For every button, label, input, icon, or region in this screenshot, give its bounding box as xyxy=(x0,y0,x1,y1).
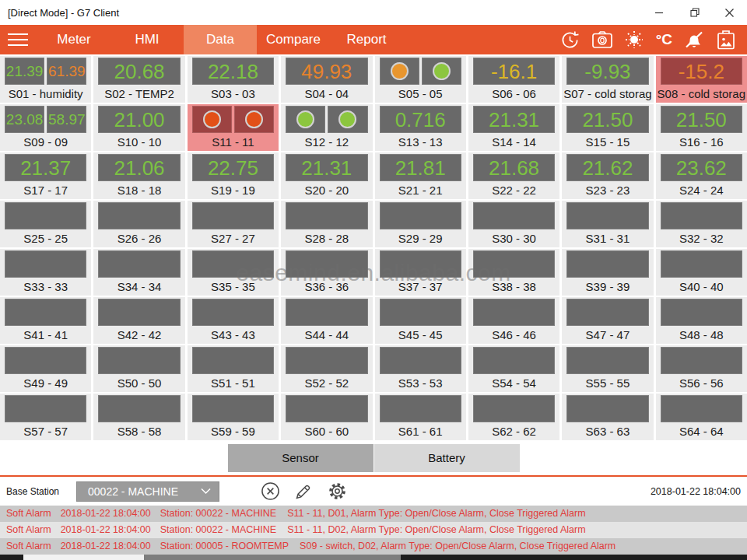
sensor-tile[interactable]: S32 - 32 xyxy=(656,201,747,247)
sensor-tile[interactable]: 49.93S04 - 04 xyxy=(281,56,372,103)
sensor-tile[interactable]: S39 - 39 xyxy=(562,249,653,296)
sensor-tile[interactable]: 21.68S22 - 22 xyxy=(468,152,559,199)
sensor-tile[interactable]: 21.06S18 - 18 xyxy=(93,152,184,199)
sensor-tile[interactable]: S48 - 48 xyxy=(656,297,747,344)
sensor-tile[interactable]: 21.3961.39S01 - humidity xyxy=(0,56,91,103)
alarm-log-row[interactable]: Soft Alarm2018-01-22 18:04:00Station: 00… xyxy=(0,522,747,538)
sensor-tile[interactable]: 21.62S23 - 23 xyxy=(562,152,653,199)
edit-pencil-icon[interactable] xyxy=(293,481,314,502)
sensor-tile[interactable]: S28 - 28 xyxy=(281,201,372,247)
sensor-tile[interactable]: S51 - 51 xyxy=(188,345,279,392)
sensor-tile[interactable]: S63 - 63 xyxy=(562,394,653,440)
camera-icon[interactable] xyxy=(592,30,612,50)
sensor-tile-label: S51 - 51 xyxy=(188,374,279,392)
sensor-tile[interactable]: S34 - 34 xyxy=(93,249,184,296)
sensor-tile[interactable]: S30 - 30 xyxy=(468,201,559,247)
tab-hmi[interactable]: HMI xyxy=(110,25,184,54)
sensor-tile[interactable]: 0.716S13 - 13 xyxy=(375,104,466,151)
sensor-tile[interactable]: S50 - 50 xyxy=(93,345,184,392)
sensor-tile[interactable]: -16.1S06 - 06 xyxy=(468,56,559,103)
sensor-tile[interactable]: S53 - 53 xyxy=(375,345,466,392)
base-station-dropdown[interactable]: 00022 - MACHINE xyxy=(76,481,219,502)
sensor-tile[interactable]: 21.50S16 - 16 xyxy=(656,104,747,151)
sensor-value: 49.93 xyxy=(301,61,352,82)
image-box-icon[interactable] xyxy=(716,30,736,50)
sensor-tile[interactable]: S46 - 46 xyxy=(468,297,559,344)
sensor-tile[interactable]: S25 - 25 xyxy=(0,201,91,247)
sensor-tile[interactable]: S31 - 31 xyxy=(562,201,653,247)
sensor-tile[interactable]: 21.50S15 - 15 xyxy=(562,104,653,151)
sensor-tile[interactable]: S12 - 12 xyxy=(281,104,372,151)
sensor-tile[interactable]: S59 - 59 xyxy=(188,394,279,440)
sensor-tile[interactable]: S61 - 61 xyxy=(375,394,466,440)
sensor-tile[interactable]: S64 - 64 xyxy=(656,394,747,440)
brightness-icon[interactable] xyxy=(624,30,644,50)
history-sync-icon[interactable] xyxy=(560,30,580,50)
cancel-circle-icon[interactable] xyxy=(260,481,280,502)
tile-value-boxes: 21.50 xyxy=(661,106,742,133)
sensor-tile[interactable]: 22.75S19 - 19 xyxy=(188,152,279,199)
sensor-tile[interactable]: 21.00S10 - 10 xyxy=(93,104,184,151)
sensor-tile[interactable]: 21.31S14 - 14 xyxy=(468,104,559,151)
sensor-tile-label: S38 - 38 xyxy=(468,278,559,296)
sensor-tile[interactable]: S44 - 44 xyxy=(281,297,372,344)
sensor-tile[interactable]: S05 - 05 xyxy=(375,56,466,103)
tile-value-boxes: 22.75 xyxy=(192,154,274,181)
green-dot-icon xyxy=(296,110,314,128)
sensor-tile[interactable]: S29 - 29 xyxy=(375,201,466,247)
sensor-tile[interactable]: S47 - 47 xyxy=(562,297,653,344)
sensor-tab-button[interactable]: Sensor xyxy=(228,444,374,472)
sensor-tile[interactable]: S35 - 35 xyxy=(188,249,279,296)
sensor-tile[interactable]: S45 - 45 xyxy=(375,297,466,344)
sensor-tile[interactable]: S38 - 38 xyxy=(468,249,559,296)
settings-gear-icon[interactable] xyxy=(327,481,347,502)
sensor-tile[interactable]: 23.0858.97S09 - 09 xyxy=(0,104,91,151)
tab-data[interactable]: Data xyxy=(184,25,257,54)
sensor-tile[interactable]: 22.18S03 - 03 xyxy=(188,56,279,103)
sensor-tile[interactable]: S11 - 11 xyxy=(188,104,279,151)
sensor-tile[interactable]: S43 - 43 xyxy=(188,297,279,344)
sensor-tile[interactable]: S56 - 56 xyxy=(656,345,747,392)
sensor-tile[interactable]: S42 - 42 xyxy=(93,297,184,344)
battery-tab-button[interactable]: Battery xyxy=(374,444,520,472)
sensor-tile[interactable]: -9.93S07 - cold storag xyxy=(562,56,653,103)
tile-value-boxes: 21.31 xyxy=(473,106,555,133)
sensor-tile[interactable]: S60 - 60 xyxy=(281,394,372,440)
status-dot-cell xyxy=(328,106,367,133)
alarm-log-row[interactable]: Soft Alarm2018-01-22 18:04:00Station: 00… xyxy=(0,506,747,522)
alarm-log-row[interactable]: Soft Alarm2018-01-22 18:04:00Station: 00… xyxy=(0,538,747,555)
minimize-button[interactable] xyxy=(642,0,677,25)
tab-meter[interactable]: Meter xyxy=(37,25,110,54)
sensor-value: 58.97 xyxy=(48,112,86,127)
sensor-tile[interactable]: S62 - 62 xyxy=(468,394,559,440)
sensor-tile[interactable]: S36 - 36 xyxy=(281,249,372,296)
restore-button[interactable] xyxy=(677,0,712,25)
sensor-tile[interactable]: S54 - 54 xyxy=(468,345,559,392)
sensor-tile[interactable]: S57 - 57 xyxy=(0,394,91,440)
celsius-icon[interactable]: °C xyxy=(656,30,672,50)
sensor-tile[interactable]: S41 - 41 xyxy=(0,297,91,344)
alarm-type: Soft Alarm xyxy=(6,508,51,519)
sensor-tile[interactable]: S52 - 52 xyxy=(281,345,372,392)
sensor-tile[interactable]: S55 - 55 xyxy=(562,345,653,392)
sensor-tile[interactable]: S26 - 26 xyxy=(93,201,184,247)
sensor-tile[interactable]: S40 - 40 xyxy=(656,249,747,296)
sensor-tile[interactable]: 20.68S02 - TEMP2 xyxy=(93,56,184,103)
sensor-tile-label: S25 - 25 xyxy=(0,229,91,247)
sensor-tile[interactable]: 23.62S24 - 24 xyxy=(656,152,747,199)
sensor-tile[interactable]: S49 - 49 xyxy=(0,345,91,392)
tab-report[interactable]: Report xyxy=(330,25,403,54)
sensor-tile[interactable]: 21.31S20 - 20 xyxy=(281,152,372,199)
sensor-tile[interactable]: S37 - 37 xyxy=(375,249,466,296)
sensor-tile[interactable]: -15.2S08 - cold storag xyxy=(656,56,747,103)
sensor-tile[interactable]: S27 - 27 xyxy=(188,201,279,247)
sensor-tile[interactable]: S58 - 58 xyxy=(93,394,184,440)
close-button[interactable] xyxy=(712,0,747,25)
menu-button[interactable] xyxy=(0,25,37,54)
alarm-mute-icon[interactable] xyxy=(684,30,704,50)
tab-compare[interactable]: Compare xyxy=(257,25,330,54)
sensor-tile[interactable]: 21.81S21 - 21 xyxy=(375,152,466,199)
sensor-tile[interactable]: S33 - 33 xyxy=(0,249,91,296)
sensor-tile[interactable]: 21.37S17 - 17 xyxy=(0,152,91,199)
sensor-value: 21.62 xyxy=(582,158,633,178)
